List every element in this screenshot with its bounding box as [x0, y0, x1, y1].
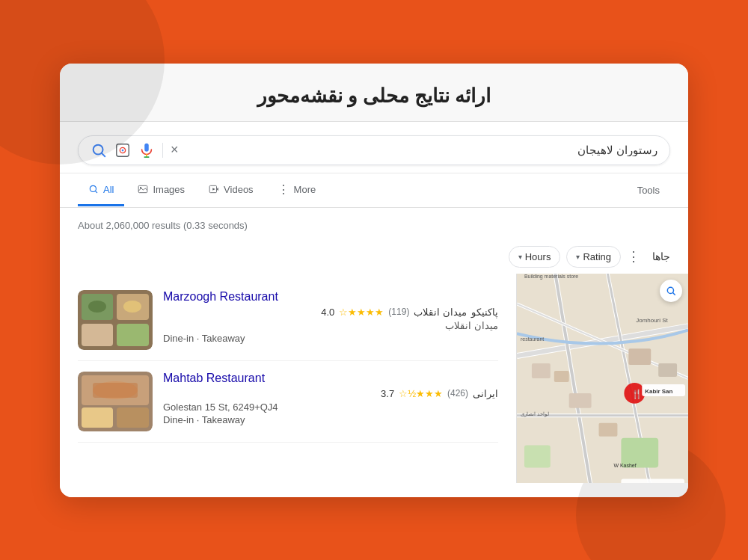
svg-rect-43 [628, 348, 651, 365]
svg-rect-46 [599, 422, 618, 436]
filter-section-label: جاها [652, 250, 670, 262]
svg-line-9 [95, 191, 96, 192]
stars-2: ★★★½☆ [399, 388, 443, 399]
rating-filter-button[interactable]: Rating ▾ [566, 246, 621, 268]
search-bar-container: × [60, 122, 688, 173]
tab-all[interactable]: All [78, 175, 124, 206]
svg-line-1 [102, 153, 105, 156]
nav-tabs: All Images Videos ⋮ More [60, 173, 688, 208]
restaurant-item-1: Marzoogh Restaurant پاکنیکو میدان انقلاب… [78, 280, 498, 361]
results-section: About 2,060,000 results (0.33 seconds) [60, 208, 688, 240]
page-title: ارائه نتایج محلی و نقشه‌محور [75, 84, 673, 108]
svg-rect-5 [144, 143, 149, 151]
svg-point-11 [140, 187, 141, 188]
map-svg: Jomhouri St لواحد انصاری 🍴 Kabir San W K… [517, 274, 688, 483]
svg-text:🍴: 🍴 [631, 387, 643, 399]
rating-value-2: 3.7 [381, 388, 394, 399]
svg-text:Jomhouri St: Jomhouri St [636, 317, 668, 324]
svg-rect-42 [554, 371, 569, 382]
restaurant-address-1: میدان انقلاب [163, 320, 498, 331]
restaurant-list: Marzoogh Restaurant پاکنیکو میدان انقلاب… [60, 274, 516, 483]
review-count-2: (426) [447, 388, 468, 399]
svg-rect-27 [93, 383, 138, 398]
restaurant-address-2: Golestan 15 St, 6249+QJ4 [163, 401, 498, 413]
rating-chevron-icon: ▾ [576, 253, 580, 261]
main-content: Marzoogh Restaurant پاکنیکو میدان انقلاب… [60, 274, 688, 483]
svg-point-20 [88, 301, 106, 313]
restaurant-name-2[interactable]: Mahtab Restaurant [163, 372, 498, 385]
all-tab-icon [88, 184, 99, 194]
restaurant-info-1: Marzoogh Restaurant پاکنیکو میدان انقلاب… [163, 290, 498, 344]
restaurant-rating-2: ایرانی (426) ★★★½☆ 3.7 [163, 388, 498, 399]
restaurant-image-1 [78, 290, 153, 350]
card-header: ارائه نتایج محلی و نقشه‌محور [60, 64, 688, 122]
rating-value-1: 4.0 [321, 307, 334, 318]
lens-icon[interactable] [114, 142, 131, 159]
clear-search-icon[interactable]: × [171, 142, 179, 158]
restaurant-name-1[interactable]: Marzoogh Restaurant [163, 290, 498, 304]
stars-1: ★★★★☆ [339, 307, 384, 318]
tab-videos-label: Videos [224, 184, 254, 195]
svg-rect-18 [82, 324, 113, 346]
hours-chevron-icon: ▾ [518, 253, 522, 261]
restaurant-service-2: Dine-in · Takeaway [163, 414, 498, 425]
search-divider [162, 143, 163, 158]
card-body: × All Images [60, 122, 688, 497]
svg-text:Dr. Khajeh: Dr. Khajeh [624, 482, 652, 483]
svg-point-4 [122, 149, 124, 151]
search-bar: × [78, 135, 670, 165]
svg-marker-14 [212, 188, 215, 191]
restaurant-category-1: پاکنیکو [471, 307, 498, 318]
tab-images[interactable]: Images [127, 175, 195, 206]
svg-point-21 [123, 301, 141, 313]
map-panel[interactable]: Jomhouri St لواحد انصاری 🍴 Kabir San W K… [516, 274, 688, 483]
search-input[interactable] [185, 144, 657, 156]
filter-more-icon[interactable]: ⋮ [627, 248, 640, 265]
svg-rect-40 [524, 445, 551, 467]
restaurant-address-district-1: میدان انقلاب [414, 307, 467, 318]
restaurant-rating-1: پاکنیکو میدان انقلاب (119) ★★★★☆ 4.0 [163, 307, 498, 318]
restaurant-image-2 [78, 372, 153, 431]
restaurant-category-2: ایرانی [473, 388, 498, 399]
search-action-icons: × [91, 142, 179, 159]
tools-button[interactable]: Tools [627, 176, 670, 205]
videos-tab-icon [209, 184, 219, 194]
tab-all-label: All [103, 184, 114, 195]
main-card: ارائه نتایج محلی و نقشه‌محور [60, 64, 688, 497]
svg-line-60 [672, 292, 675, 295]
images-tab-icon [138, 184, 148, 194]
svg-text:restaurant: restaurant [521, 336, 544, 342]
svg-rect-44 [658, 363, 677, 377]
rating-filter-label: Rating [583, 251, 611, 262]
restaurant-service-1: Dine-in · Takeaway [163, 333, 498, 344]
svg-rect-41 [532, 363, 551, 378]
svg-rect-24 [82, 407, 113, 428]
search-icon[interactable] [91, 142, 107, 159]
hours-filter-button[interactable]: Hours ▾ [509, 246, 561, 268]
restaurant-item-2: Mahtab Restaurant ایرانی (426) ★★★½☆ 3.7… [78, 361, 498, 443]
svg-text:لواحد انصاری: لواحد انصاری [521, 410, 549, 416]
filter-bar: جاها ⋮ Rating ▾ Hours ▾ [60, 240, 688, 274]
restaurant-info-2: Mahtab Restaurant ایرانی (426) ★★★½☆ 3.7… [163, 372, 498, 425]
hours-filter-label: Hours [525, 251, 551, 262]
svg-text:W Kashef: W Kashef [613, 463, 636, 468]
svg-text:Kabir San: Kabir San [645, 387, 672, 394]
more-dots-icon: ⋮ [278, 182, 289, 197]
review-count-1: (119) [388, 307, 409, 317]
svg-rect-25 [117, 407, 149, 428]
svg-rect-45 [569, 393, 592, 407]
map-search-button[interactable] [660, 280, 682, 302]
tab-more[interactable]: ⋮ More [267, 173, 327, 208]
svg-text:Building materials store: Building materials store [524, 274, 578, 280]
mic-icon[interactable] [138, 142, 155, 159]
svg-rect-19 [117, 324, 149, 346]
tab-videos[interactable]: Videos [198, 175, 264, 206]
results-count: About 2,060,000 results (0.33 seconds) [78, 220, 670, 231]
tab-more-label: More [294, 184, 316, 195]
tab-images-label: Images [153, 184, 185, 195]
